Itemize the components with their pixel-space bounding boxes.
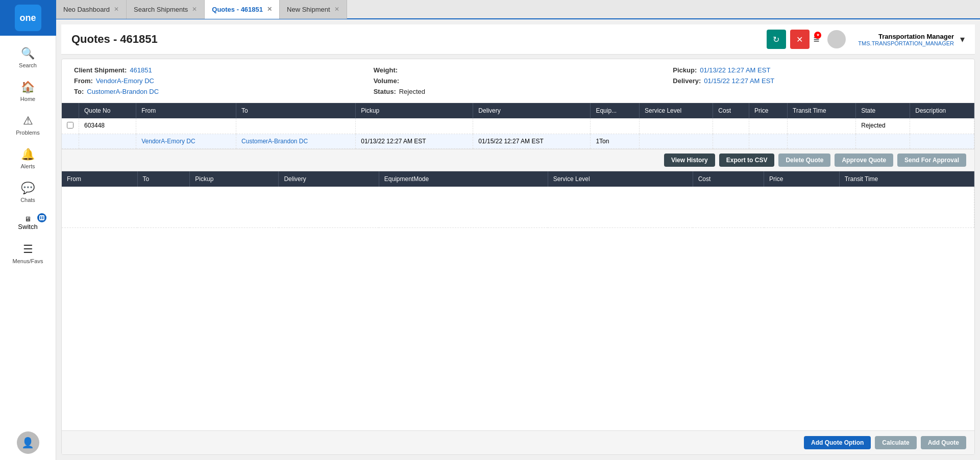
user-avatar-sidebar[interactable]: 👤 xyxy=(0,425,56,460)
user-info: Transportation Manager TMS.TRANSPORTATIO… xyxy=(858,33,954,46)
col-from: From xyxy=(136,103,236,118)
tab-neo-dashboard[interactable]: Neo Dashboard ✕ xyxy=(56,0,127,19)
lower-col-service-level: Service Level xyxy=(548,171,693,187)
info-spacer xyxy=(673,88,962,95)
from-value[interactable]: VendorA-Emory DC xyxy=(96,77,154,85)
col-transit-time: Transit Time xyxy=(788,103,856,118)
tab-search-shipments[interactable]: Search Shipments ✕ xyxy=(127,0,205,19)
row2-cost xyxy=(713,134,749,149)
user-role: TMS.TRANSPORTATION_MANAGER xyxy=(858,40,954,46)
table-row[interactable]: 603448 Rejected xyxy=(62,118,974,134)
sidebar-item-problems[interactable]: ⚠ Problems xyxy=(0,108,56,142)
approve-quote-button[interactable]: Approve Quote xyxy=(835,154,893,167)
row2-description xyxy=(910,134,974,149)
to-value[interactable]: CustomerA-Brandon DC xyxy=(87,88,159,95)
sidebar-item-chats[interactable]: 💬 Chats xyxy=(0,175,56,209)
row1-pickup xyxy=(356,118,473,134)
row1-quote-no: 603448 xyxy=(79,118,136,134)
upper-table-section: Quote No From To Pickup Delivery Equip..… xyxy=(62,103,974,149)
row2-from[interactable]: VendorA-Emory DC xyxy=(136,134,236,149)
sidebar-item-home[interactable]: 🏠 Home xyxy=(0,74,56,108)
tab-close-new-shipment[interactable]: ✕ xyxy=(334,6,339,13)
add-quote-button[interactable]: Add Quote xyxy=(921,436,966,449)
lower-table-empty-row xyxy=(62,187,974,227)
lower-col-cost: Cost xyxy=(693,171,764,187)
add-quote-option-button[interactable]: Add Quote Option xyxy=(804,436,871,449)
tab-label-search-shipments: Search Shipments xyxy=(134,6,188,13)
lower-col-price: Price xyxy=(764,171,840,187)
sidebar-item-alerts[interactable]: 🔔 Alerts xyxy=(0,142,56,175)
menu-icon: ☰ xyxy=(23,243,33,256)
user-name: Transportation Manager xyxy=(878,33,954,40)
menu-button[interactable]: ≡ ★ xyxy=(814,34,820,45)
tab-close-quotes[interactable]: ✕ xyxy=(267,6,272,13)
row1-from xyxy=(136,118,236,134)
col-pickup: Pickup xyxy=(356,103,473,118)
lower-col-transit-time: Transit Time xyxy=(839,171,974,187)
tab-quotes-461851[interactable]: Quotes - 461851 ✕ xyxy=(205,0,280,19)
sidebar-item-switch[interactable]: 🖥 Switch xyxy=(0,209,56,237)
send-for-approval-button[interactable]: Send For Approval xyxy=(897,154,966,167)
volume-label: Volume: xyxy=(374,77,399,85)
chat-icon: 💬 xyxy=(21,182,35,195)
main-card: Client Shipment: 461851 Weight: Pickup: … xyxy=(61,59,975,455)
close-button[interactable]: ✕ xyxy=(790,30,810,49)
logo-text: one xyxy=(19,13,36,23)
page-header: Quotes - 461851 ↻ ✕ ≡ ★ Transportation M… xyxy=(61,24,975,55)
row2-state xyxy=(856,134,910,149)
switch-icon: 🖥 xyxy=(24,215,31,223)
refresh-button[interactable]: ↻ xyxy=(767,30,786,49)
upper-table: Quote No From To Pickup Delivery Equip..… xyxy=(62,103,974,149)
info-pickup: Pickup: 01/13/22 12:27 AM EST xyxy=(673,66,962,74)
tab-new-shipment[interactable]: New Shipment ✕ xyxy=(280,0,347,19)
col-delivery: Delivery xyxy=(473,103,591,118)
export-csv-button[interactable]: Export to CSV xyxy=(719,154,775,167)
info-delivery: Delivery: 01/15/22 12:27 AM EST xyxy=(673,77,962,85)
row1-description xyxy=(910,118,974,134)
row1-checkbox[interactable] xyxy=(67,122,74,129)
row1-checkbox-cell[interactable] xyxy=(62,118,79,134)
calculate-button[interactable]: Calculate xyxy=(875,436,916,449)
from-label: From: xyxy=(74,77,93,85)
sidebar-item-label-search: Search xyxy=(19,62,37,68)
client-shipment-label: Client Shipment: xyxy=(74,66,127,74)
content-area: Quotes - 461851 ↻ ✕ ≡ ★ Transportation M… xyxy=(56,19,980,460)
row2-transit-time xyxy=(788,134,856,149)
tab-close-neo-dashboard[interactable]: ✕ xyxy=(114,6,119,13)
user-dropdown-button[interactable]: ▾ xyxy=(960,34,965,45)
client-shipment-value[interactable]: 461851 xyxy=(130,66,152,74)
bottom-button-bar: Add Quote Option Calculate Add Quote xyxy=(62,430,974,454)
svg-rect-1 xyxy=(40,216,41,219)
view-history-button[interactable]: View History xyxy=(664,154,715,167)
sidebar-item-search[interactable]: 🔍 Search xyxy=(0,41,56,74)
col-price: Price xyxy=(749,103,788,118)
logo-box: one xyxy=(15,5,41,31)
row2-to[interactable]: CustomerA-Brandon DC xyxy=(236,134,356,149)
pickup-value: 01/13/22 12:27 AM EST xyxy=(700,66,770,74)
sidebar-item-label-home: Home xyxy=(20,96,35,102)
action-button-bar: View History Export to CSV Delete Quote … xyxy=(62,149,974,171)
lower-table-wrap: From To Pickup Delivery EquipmentMode Se… xyxy=(62,171,974,430)
col-state: State xyxy=(856,103,910,118)
row1-equip xyxy=(591,118,640,134)
sidebar-logo[interactable]: one xyxy=(0,0,56,36)
upper-table-header-row: Quote No From To Pickup Delivery Equip..… xyxy=(62,103,974,118)
info-section: Client Shipment: 461851 Weight: Pickup: … xyxy=(62,59,974,103)
row2-delivery: 01/15/22 12:27 AM EST xyxy=(473,134,591,149)
switch-badge xyxy=(37,213,46,222)
delivery-value: 01/15/22 12:27 AM EST xyxy=(704,77,774,85)
search-icon: 🔍 xyxy=(21,47,35,60)
weight-label: Weight: xyxy=(374,66,398,74)
lower-col-delivery: Delivery xyxy=(279,171,379,187)
table-row[interactable]: VendorA-Emory DC CustomerA-Brandon DC 01… xyxy=(62,134,974,149)
col-equip: Equip... xyxy=(591,103,640,118)
lower-table: From To Pickup Delivery EquipmentMode Se… xyxy=(62,171,974,228)
tab-close-search-shipments[interactable]: ✕ xyxy=(192,6,197,13)
delete-quote-button[interactable]: Delete Quote xyxy=(778,154,830,167)
row1-to xyxy=(236,118,356,134)
to-label: To: xyxy=(74,88,84,95)
sidebar-item-menus[interactable]: ☰ Menus/Favs xyxy=(0,237,56,270)
svg-rect-2 xyxy=(42,216,43,219)
sidebar-item-label-problems: Problems xyxy=(16,130,39,136)
sidebar-item-label-chats: Chats xyxy=(20,197,35,203)
